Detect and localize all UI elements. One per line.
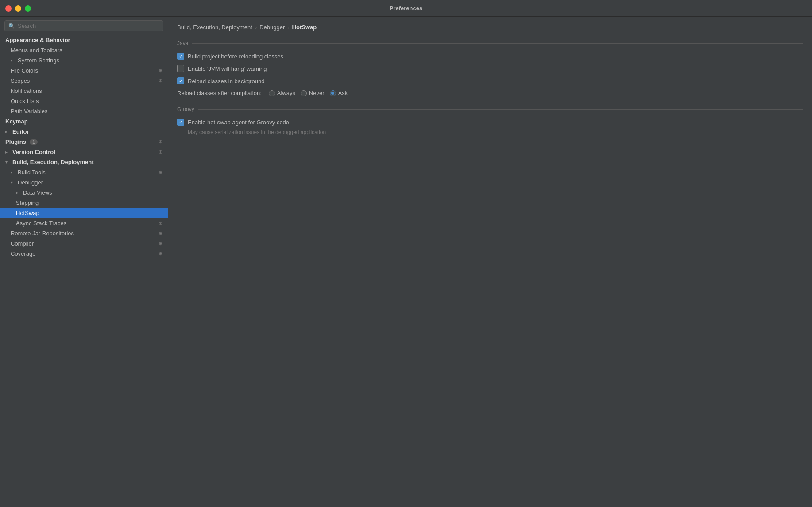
- sidebar-item-editor[interactable]: Editor: [0, 127, 168, 137]
- setting-reload-background: Reload classes in background: [177, 75, 803, 87]
- sidebar-item-quick-lists[interactable]: Quick Lists: [0, 96, 168, 106]
- sidebar-item-path-variables[interactable]: Path Variables: [0, 106, 168, 116]
- search-input[interactable]: [18, 23, 159, 29]
- breadcrumb-item-1: Build, Execution, Deployment: [177, 24, 252, 31]
- sidebar-item-keymap[interactable]: Keymap: [0, 116, 168, 127]
- quick-lists-label: Quick Lists: [11, 98, 39, 104]
- checkbox-jvm-hang[interactable]: [177, 65, 184, 72]
- breadcrumb-item-2: Debugger: [259, 24, 285, 31]
- file-colors-label: File Colors: [11, 67, 38, 74]
- breadcrumb-item-3: HotSwap: [292, 24, 317, 31]
- maximize-button[interactable]: [25, 5, 31, 12]
- scopes-copy-icon: ⊕: [159, 78, 162, 84]
- radio-always-btn[interactable]: [269, 90, 275, 96]
- radio-ask[interactable]: Ask: [330, 90, 348, 96]
- sidebar-item-build-tools[interactable]: Build Tools ⊕: [0, 167, 168, 177]
- radio-always-label: Always: [277, 90, 295, 96]
- sidebar-item-plugins[interactable]: Plugins 1 ⊕: [0, 137, 168, 147]
- radio-group-compilation: Always Never Ask: [269, 90, 348, 96]
- breadcrumb: Build, Execution, Deployment › Debugger …: [168, 17, 812, 36]
- radio-never-btn[interactable]: [301, 90, 307, 96]
- setting-build-before-reload: Build project before reloading classes: [177, 50, 803, 62]
- version-control-label: Version Control: [12, 149, 55, 155]
- build-execution-label: Build, Execution, Deployment: [12, 159, 93, 165]
- sidebar-item-coverage[interactable]: Coverage ⊕: [0, 249, 168, 259]
- plugins-label: Plugins: [5, 138, 26, 145]
- label-build-before-reload: Build project before reloading classes: [188, 53, 283, 60]
- sidebar-item-notifications[interactable]: Notifications: [0, 86, 168, 96]
- path-variables-label: Path Variables: [11, 108, 48, 115]
- checkbox-groovy-hotswap[interactable]: [177, 119, 184, 126]
- sidebar-item-appearance[interactable]: Appearance & Behavior: [0, 35, 168, 45]
- system-settings-label: System Settings: [18, 57, 59, 64]
- radio-never[interactable]: Never: [301, 90, 325, 96]
- sidebar-item-menus-toolbars[interactable]: Menus and Toolbars: [0, 45, 168, 55]
- label-groovy-hotswap: Enable hot-swap agent for Groovy code: [188, 119, 289, 126]
- settings-content: Java Build project before reloading clas…: [168, 40, 812, 147]
- coverage-label: Coverage: [11, 250, 35, 257]
- label-jvm-hang: Enable 'JVM will hang' warning: [188, 65, 267, 72]
- build-tools-label: Build Tools: [18, 169, 46, 176]
- setting-jvm-hang: Enable 'JVM will hang' warning: [177, 62, 803, 75]
- checkbox-build-before-reload[interactable]: [177, 53, 184, 60]
- build-execution-arrow: [5, 160, 11, 165]
- java-section-title: Java: [177, 40, 803, 46]
- menus-toolbars-label: Menus and Toolbars: [11, 47, 62, 54]
- minimize-button[interactable]: [15, 5, 21, 12]
- close-button[interactable]: [5, 5, 12, 12]
- setting-reload-after-compilation: Reload classes after compilation: Always…: [177, 87, 803, 99]
- data-views-label: Data Views: [23, 189, 52, 196]
- keymap-label: Keymap: [5, 118, 28, 125]
- coverage-copy-icon: ⊕: [159, 251, 162, 257]
- main-container: 🔍 Appearance & Behavior Menus and Toolba…: [0, 17, 812, 507]
- sidebar-item-async-stack-traces[interactable]: Async Stack Traces ⊕: [0, 218, 168, 228]
- async-copy-icon: ⊕: [159, 220, 162, 226]
- checkbox-reload-background[interactable]: [177, 77, 184, 84]
- stepping-label: Stepping: [16, 200, 39, 206]
- compiler-copy-icon: ⊕: [159, 241, 162, 246]
- plugins-copy-icon: ⊕: [159, 139, 162, 145]
- groovy-section-title: Groovy: [177, 106, 803, 112]
- remote-jar-copy-icon: ⊕: [159, 230, 162, 236]
- data-views-arrow: [16, 190, 21, 195]
- setting-groovy-hotswap: Enable hot-swap agent for Groovy code: [177, 116, 803, 128]
- title-bar: Preferences: [0, 0, 812, 17]
- build-tools-arrow: [11, 170, 16, 175]
- sidebar-item-scopes[interactable]: Scopes ⊕: [0, 76, 168, 86]
- sidebar-item-hotswap[interactable]: HotSwap: [0, 208, 168, 218]
- radio-always[interactable]: Always: [269, 90, 295, 96]
- compiler-label: Compiler: [11, 240, 34, 247]
- sidebar-item-system-settings[interactable]: System Settings: [0, 55, 168, 65]
- file-colors-copy-icon: ⊕: [159, 68, 162, 73]
- async-stack-traces-label: Async Stack Traces: [16, 220, 66, 227]
- search-icon: 🔍: [8, 23, 15, 29]
- radio-ask-btn[interactable]: [330, 90, 336, 96]
- sidebar-item-stepping[interactable]: Stepping: [0, 198, 168, 208]
- debugger-label: Debugger: [18, 179, 43, 186]
- version-control-copy-icon: ⊕: [159, 149, 162, 155]
- debugger-arrow: [11, 180, 16, 185]
- sidebar-item-file-colors[interactable]: File Colors ⊕: [0, 65, 168, 76]
- scopes-label: Scopes: [11, 77, 30, 84]
- groovy-hotswap-note: May cause serialization issues in the de…: [177, 128, 803, 138]
- search-box[interactable]: 🔍: [4, 20, 163, 31]
- sidebar-item-build-execution[interactable]: Build, Execution, Deployment: [0, 157, 168, 167]
- sidebar: 🔍 Appearance & Behavior Menus and Toolba…: [0, 17, 168, 507]
- appearance-label: Appearance & Behavior: [5, 37, 70, 43]
- sidebar-item-debugger[interactable]: Debugger: [0, 177, 168, 188]
- content-area: Build, Execution, Deployment › Debugger …: [168, 17, 812, 507]
- editor-label: Editor: [12, 128, 29, 135]
- sidebar-item-data-views[interactable]: Data Views: [0, 188, 168, 198]
- window-title: Preferences: [390, 5, 422, 12]
- build-tools-copy-icon: ⊕: [159, 169, 162, 175]
- remote-jar-label: Remote Jar Repositories: [11, 230, 74, 237]
- editor-arrow: [5, 129, 11, 134]
- sidebar-item-compiler[interactable]: Compiler ⊕: [0, 238, 168, 249]
- plugins-badge: 1: [30, 139, 38, 145]
- sidebar-item-version-control[interactable]: Version Control ⊕: [0, 147, 168, 157]
- sidebar-item-remote-jar[interactable]: Remote Jar Repositories ⊕: [0, 228, 168, 238]
- system-settings-arrow: [11, 58, 16, 63]
- window-controls: [5, 5, 31, 12]
- label-reload-background: Reload classes in background: [188, 78, 264, 84]
- label-reload-after-compilation: Reload classes after compilation:: [177, 90, 262, 96]
